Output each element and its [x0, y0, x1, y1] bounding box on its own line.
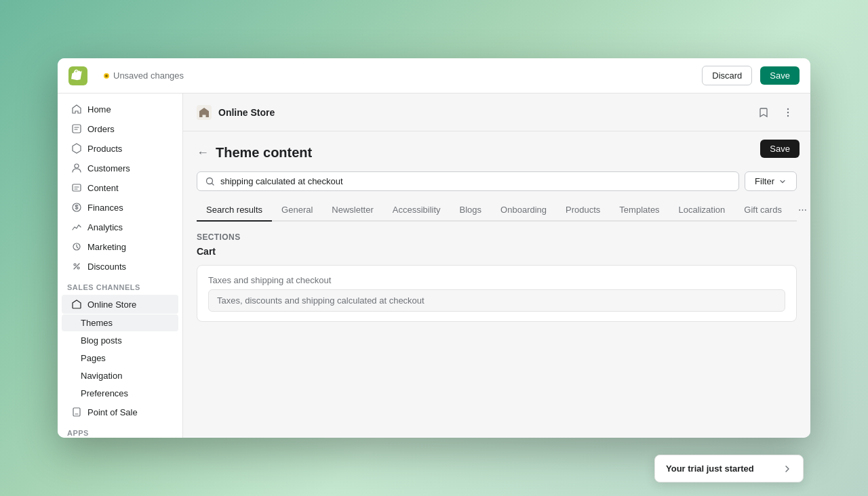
- app-window: Unsaved changes Discard Save Home Orders: [58, 58, 810, 438]
- sidebar-item-home[interactable]: Home: [62, 100, 178, 119]
- more-options-button[interactable]: [779, 104, 797, 121]
- tab-templates[interactable]: Templates: [610, 199, 669, 222]
- panel-title: Theme content: [216, 145, 312, 161]
- tab-gift-cards[interactable]: Gift cards: [734, 199, 791, 222]
- products-icon: [71, 143, 82, 154]
- tab-blogs[interactable]: Blogs: [450, 199, 492, 222]
- shopify-logo-icon: [68, 66, 87, 85]
- svg-rect-1: [73, 125, 81, 133]
- search-input[interactable]: [220, 176, 730, 186]
- sidebar: Home Orders Products Customers: [58, 94, 183, 438]
- sidebar-online-store-label: Online Store: [87, 299, 136, 310]
- svg-point-2: [75, 164, 79, 168]
- sidebar-discounts-label: Discounts: [87, 262, 126, 272]
- orders-icon: [71, 123, 82, 134]
- sections-label: Sections: [197, 232, 797, 242]
- sidebar-item-blog-posts[interactable]: Blog posts: [62, 332, 178, 349]
- discounts-icon: [71, 261, 82, 272]
- tab-onboarding[interactable]: Onboarding: [491, 199, 556, 222]
- sidebar-item-navigation[interactable]: Navigation: [62, 367, 178, 384]
- tab-products[interactable]: Products: [556, 199, 610, 222]
- sidebar-item-analytics[interactable]: Analytics: [62, 218, 178, 236]
- taxes-shipping-label: Taxes and shipping at checkout: [208, 275, 785, 285]
- sidebar-products-label: Products: [87, 144, 122, 154]
- sidebar-home-label: Home: [87, 104, 111, 115]
- sidebar-item-discounts[interactable]: Discounts: [62, 257, 178, 276]
- pos-icon: [71, 407, 82, 417]
- breadcrumb: Online Store: [218, 107, 275, 118]
- tab-general[interactable]: General: [272, 199, 322, 222]
- sidebar-pos-label: Point of Sale: [87, 407, 138, 417]
- sales-channels-section: Sales channels: [58, 276, 182, 294]
- panel: Save ← Theme content: [183, 131, 810, 438]
- sidebar-item-marketing[interactable]: Marketing: [62, 237, 178, 256]
- tab-more-button[interactable]: ⋯: [791, 199, 810, 220]
- content-icon: [71, 182, 82, 193]
- sidebar-orders-label: Orders: [87, 124, 115, 134]
- sidebar-finances-label: Finances: [87, 203, 123, 213]
- home-icon: [71, 104, 82, 115]
- sidebar-item-preferences[interactable]: Preferences: [62, 385, 178, 402]
- svg-rect-7: [73, 408, 80, 416]
- tab-newsletter[interactable]: Newsletter: [322, 199, 382, 222]
- tabs-row: Search results General Newsletter Access…: [197, 199, 797, 222]
- apps-section: Apps: [58, 422, 182, 438]
- marketing-icon: [71, 241, 82, 252]
- svg-point-10: [787, 108, 789, 109]
- sidebar-item-orders[interactable]: Orders: [62, 119, 178, 138]
- taxes-shipping-input[interactable]: Taxes, discounts and shipping calculated…: [208, 289, 785, 312]
- top-bar: Unsaved changes Discard Save: [58, 58, 810, 94]
- tab-search-results[interactable]: Search results: [197, 199, 272, 222]
- shopify-logo: [68, 66, 87, 85]
- sidebar-navigation-label: Navigation: [81, 371, 122, 381]
- main-area: Home Orders Products Customers: [58, 94, 810, 438]
- content-area: Online Store Save ← Theme content: [183, 94, 810, 438]
- back-button[interactable]: ←: [197, 146, 209, 160]
- search-row: Filter: [197, 171, 797, 191]
- unsaved-changes-indicator: Unsaved changes: [104, 70, 184, 81]
- bookmark-button[interactable]: [755, 104, 772, 121]
- sidebar-pages-label: Pages: [81, 353, 106, 363]
- tab-localization[interactable]: Localization: [669, 199, 735, 222]
- sidebar-blog-posts-label: Blog posts: [81, 335, 122, 346]
- sidebar-item-customers[interactable]: Customers: [62, 159, 178, 178]
- sidebar-item-products[interactable]: Products: [62, 139, 178, 158]
- filter-button[interactable]: Filter: [745, 171, 797, 191]
- content-header-icon: [197, 105, 212, 120]
- finances-icon: [71, 202, 82, 213]
- svg-point-12: [787, 115, 789, 116]
- sidebar-item-finances[interactable]: Finances: [62, 198, 178, 217]
- sidebar-customers-label: Customers: [87, 163, 130, 173]
- analytics-icon: [71, 222, 82, 232]
- chevron-down-icon: [778, 178, 787, 186]
- sidebar-content-label: Content: [87, 183, 119, 193]
- sidebar-item-point-of-sale[interactable]: Point of Sale: [62, 402, 178, 421]
- sidebar-preferences-label: Preferences: [81, 388, 128, 398]
- customers-icon: [71, 163, 82, 173]
- trial-main-text: Your trial just started: [666, 463, 754, 474]
- sidebar-themes-label: Themes: [81, 318, 113, 328]
- save-top-button[interactable]: Save: [760, 66, 800, 85]
- tab-accessibility[interactable]: Accessibility: [383, 199, 450, 222]
- panel-title-row: ← Theme content: [197, 145, 797, 161]
- sidebar-item-online-store[interactable]: Online Store: [62, 295, 178, 314]
- sidebar-item-themes[interactable]: Themes: [62, 314, 178, 331]
- trial-chevron-icon: [783, 464, 792, 474]
- svg-point-5: [74, 264, 76, 266]
- cart-section-title: Cart: [197, 246, 797, 257]
- svg-point-6: [77, 267, 79, 269]
- sidebar-marketing-label: Marketing: [87, 242, 126, 252]
- save-tooltip-button[interactable]: Save: [760, 140, 800, 158]
- online-store-icon: [71, 299, 82, 310]
- trial-text: Your trial just started: [666, 463, 754, 474]
- svg-rect-3: [73, 184, 81, 191]
- discard-button[interactable]: Discard: [702, 66, 752, 85]
- content-header: Online Store: [183, 94, 810, 131]
- trial-banner[interactable]: Your trial just started: [654, 455, 804, 482]
- search-bar: [197, 171, 739, 191]
- svg-point-11: [787, 111, 789, 112]
- sidebar-item-pages[interactable]: Pages: [62, 350, 178, 367]
- taxes-shipping-card: Taxes and shipping at checkout Taxes, di…: [197, 265, 797, 322]
- search-icon: [205, 177, 215, 186]
- sidebar-item-content[interactable]: Content: [62, 178, 178, 197]
